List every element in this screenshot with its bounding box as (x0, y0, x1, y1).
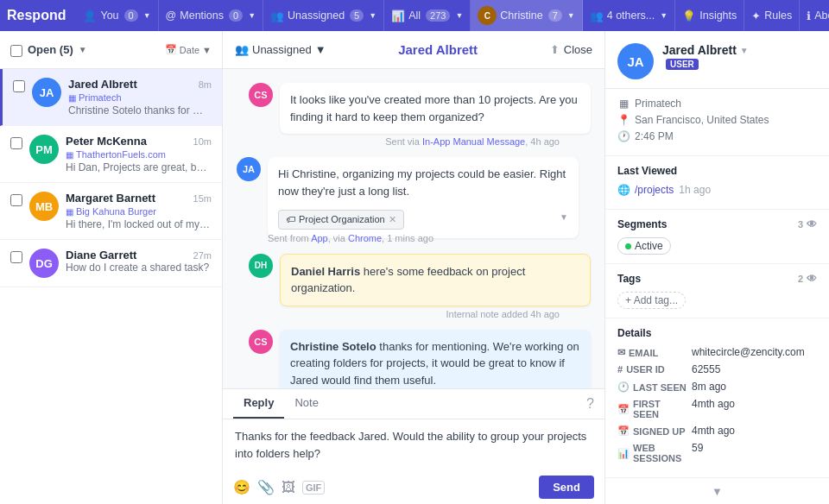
info-icon: ℹ (807, 9, 811, 22)
detail-first-seen: 📅 FIRST SEEN 4mth ago (617, 398, 817, 419)
conv-checkbox-jared[interactable] (13, 80, 25, 92)
person-x-icon: 👥 (270, 9, 284, 22)
building-icon: ▦ (617, 98, 630, 110)
conv-checkbox-margaret[interactable] (10, 194, 22, 206)
message-2: JA Hi Christine, organizing my projects … (237, 157, 591, 238)
conv-preview: Hi there, I'm locked out of my account 😢… (66, 218, 212, 230)
avatar-jared: JA (32, 78, 61, 107)
nav-all[interactable]: 📊 All 273 ▼ (384, 0, 471, 31)
user-id-value: 62555 (692, 363, 817, 375)
remove-tag-button[interactable]: ✕ (389, 212, 396, 227)
conv-name: Peter McKenna (66, 135, 147, 148)
conversation-header: 👥 Unassigned ▼ Jared Albrett ⬆ Close (223, 31, 604, 69)
conv-checkbox-diane[interactable] (10, 251, 22, 263)
user-dropdown-caret[interactable]: ▼ (740, 46, 749, 55)
conv-body-jared: Jared Albrett 8m ▦ Primatech Christine S… (68, 78, 212, 117)
help-icon[interactable]: ? (586, 389, 594, 419)
gif-button[interactable]: GIF (302, 481, 325, 495)
calendar-icon: 📅 (617, 425, 630, 437)
emoji-button[interactable]: 😊 (233, 479, 250, 495)
tab-reply[interactable]: Reply (233, 389, 284, 419)
email-icon: ✉ (617, 347, 625, 358)
conv-name: Diane Garrett (66, 249, 136, 261)
conv-company: ▦ Big Kahuna Burger (66, 206, 212, 217)
chart-icon: 📊 (617, 448, 630, 459)
rules-icon: ✦ (751, 9, 761, 22)
eye-icon: 👁 (807, 273, 817, 285)
conv-company: ▦ Primatech (68, 92, 212, 103)
messages-area: It looks like you've created more than 1… (223, 69, 604, 388)
nav-insights[interactable]: 💡 Insights (675, 0, 744, 31)
detail-last-seen: 🕐 LAST SEEN 8m ago (617, 381, 817, 393)
message-4: Christine Sotelo thanks for mentioning. … (237, 330, 591, 389)
nav-mentions[interactable]: @ Mentions 0 ▼ (159, 0, 263, 31)
user-role-badge: USER (666, 59, 699, 70)
conversation-item-peter[interactable]: PM Peter McKenna 10m ▦ ThathertonFuels.c… (0, 126, 222, 183)
segments-count: 3 (798, 219, 803, 230)
conv-time: 8m (199, 79, 212, 90)
details-table: ✉ EMAIL whitecircle@zencity.com # USER I… (617, 346, 817, 463)
nav-christine[interactable]: C Christine 7 ▼ (471, 0, 582, 31)
sort-button[interactable]: 📅 Date ▼ (165, 44, 212, 55)
unassigned-dropdown[interactable]: 👥 Unassigned ▼ (235, 43, 326, 56)
user-details-panel: JA Jared Albrett ▼ USER ▦ Primatech 📍 Sa… (604, 31, 829, 504)
detail-user-id: # USER ID 62555 (617, 363, 817, 375)
company-icon: ▦ (68, 93, 76, 103)
image-button[interactable]: 🖼 (282, 480, 295, 495)
conv-time: 10m (193, 136, 212, 147)
tab-note[interactable]: Note (284, 389, 328, 419)
user-avatar: JA (237, 157, 261, 181)
send-button[interactable]: Send (539, 476, 594, 499)
lightbulb-icon: 💡 (682, 9, 696, 22)
open-filter-caret[interactable]: ▼ (79, 45, 87, 54)
avatar: C (478, 6, 497, 25)
calendar-icon: 📅 (165, 44, 177, 55)
agent-daniel-avatar: DH (249, 254, 273, 278)
chevron-down-icon: ▼ (248, 11, 256, 20)
add-tag-button[interactable]: + Add tag... (617, 292, 686, 309)
reply-tabs: Reply Note ? (223, 389, 604, 419)
last-seen-value: 8m ago (692, 381, 817, 393)
message-1-wrapper: It looks like you've created more than 1… (237, 83, 591, 147)
agent-christine-avatar: CS (249, 330, 273, 354)
expand-details-button[interactable]: ▼ (605, 478, 829, 504)
tag-icon: 🏷 (286, 212, 295, 227)
top-navigation: Respond 👤 You 0 ▼ @ Mentions 0 ▼ 👥 Unass… (0, 0, 829, 31)
conversation-item-diane[interactable]: DG Diane Garrett 27m How do I create a s… (0, 240, 222, 287)
conv-time: 15m (193, 193, 212, 204)
conv-body-diane: Diane Garrett 27m How do I create a shar… (66, 249, 212, 274)
detail-email: ✉ EMAIL whitecircle@zencity.com (617, 346, 817, 358)
last-viewed-section: Last Viewed 🌐 /projects 1h ago (605, 156, 829, 210)
nav-about[interactable]: ℹ About (800, 0, 829, 31)
user-header: JA Jared Albrett ▼ USER (605, 31, 829, 89)
conversation-item-jared[interactable]: JA Jared Albrett 8m ▦ Primatech Christin… (0, 69, 222, 126)
last-viewed-item: 🌐 /projects 1h ago (617, 184, 817, 196)
close-conversation-button[interactable]: ⬆ Close (550, 43, 592, 56)
tags-section: Tags 2 👁 + Add tag... (605, 264, 829, 318)
first-seen-value: 4mth ago (692, 398, 817, 410)
select-all-checkbox[interactable] (10, 45, 22, 57)
nav-others[interactable]: 👥 4 others... ▼ (583, 0, 676, 31)
user-location: 📍 San Francisco, United States (617, 114, 817, 126)
web-sessions-value: 59 (692, 442, 817, 454)
avatar-diane: DG (29, 249, 59, 278)
main-layout: Open (5) ▼ 📅 Date ▼ JA Jared Albrett 8m (0, 31, 829, 504)
conv-name: Jared Albrett (68, 78, 137, 91)
attachment-button[interactable]: 📎 (257, 479, 275, 495)
conversation-item-margaret[interactable]: MB Margaret Barnett 15m ▦ Big Kahuna Bur… (0, 183, 222, 240)
message-3-note: Daniel Harris here's some feedback on pr… (237, 254, 591, 306)
company-icon: ▦ (66, 207, 73, 217)
clock-icon: 🕐 (617, 130, 630, 142)
nav-you[interactable]: 👤 You 0 ▼ (76, 0, 158, 31)
avatar-margaret: MB (29, 192, 59, 221)
detail-signed-up: 📅 SIGNED UP 4mth ago (617, 425, 817, 437)
left-panel-header: Open (5) ▼ 📅 Date ▼ (0, 31, 222, 69)
nav-unassigned[interactable]: 👥 Unassigned 5 ▼ (263, 0, 384, 31)
location-icon: 📍 (617, 114, 630, 126)
conv-checkbox-peter[interactable] (10, 137, 22, 149)
conversation-list-panel: Open (5) ▼ 📅 Date ▼ JA Jared Albrett 8m (0, 31, 223, 504)
chevron-down-icon: ▼ (567, 11, 575, 20)
reply-input[interactable]: Thanks for the feedback Jared. Would the… (223, 419, 604, 470)
conv-preview: Christine Sotelo thanks for mentioning. … (68, 104, 212, 117)
nav-rules[interactable]: ✦ Rules (744, 0, 800, 31)
